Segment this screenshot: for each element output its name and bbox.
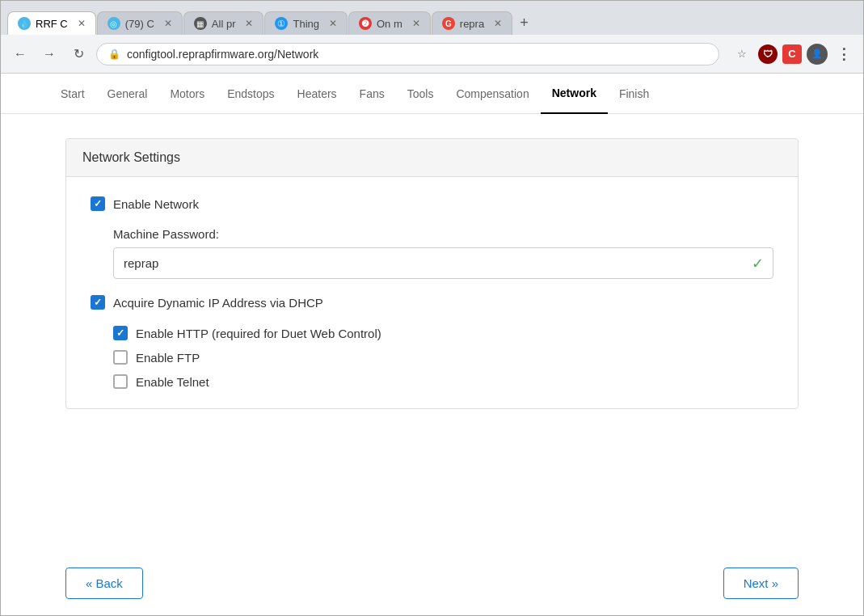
- enable-network-row: ✓ Enable Network: [91, 196, 773, 211]
- card-body: ✓ Enable Network Machine Password: ✓: [66, 177, 798, 408]
- tab-close-5[interactable]: ✕: [494, 18, 502, 29]
- browser-frame: 💧 RRF C ✕ ◎ (79) C ✕ ▦ All pr ✕ ① Thing …: [0, 0, 864, 616]
- nav-item-network[interactable]: Network: [541, 74, 608, 114]
- protocol-group: ✓ Enable HTTP (required for Duet Web Con…: [113, 326, 773, 389]
- http-checkmark: ✓: [116, 328, 124, 338]
- tab-label-5: repra: [460, 18, 484, 30]
- nav-item-general[interactable]: General: [96, 74, 159, 113]
- tab-icon-3: ①: [275, 17, 288, 30]
- new-tab-button[interactable]: +: [513, 11, 535, 35]
- telnet-checkbox[interactable]: [113, 374, 128, 389]
- tab-2[interactable]: ▦ All pr ✕: [183, 11, 264, 35]
- http-row: ✓ Enable HTTP (required for Duet Web Con…: [113, 326, 773, 340]
- back-button[interactable]: ←: [9, 43, 32, 65]
- password-valid-icon: ✓: [752, 255, 764, 272]
- dhcp-row: ✓ Acquire Dynamic IP Address via DHCP: [91, 295, 773, 310]
- ublock-icon[interactable]: 🛡: [758, 44, 778, 64]
- back-nav-button[interactable]: « Back: [65, 567, 143, 599]
- nav-item-tools[interactable]: Tools: [396, 74, 445, 113]
- tab-5[interactable]: G repra ✕: [432, 11, 512, 35]
- tab-label-4: On m: [377, 18, 402, 30]
- network-settings-card: Network Settings ✓ Enable Network Machin…: [65, 138, 799, 409]
- nav-item-endstops[interactable]: Endstops: [216, 74, 285, 113]
- next-nav-button[interactable]: Next »: [723, 567, 799, 599]
- tab-icon-5: G: [442, 17, 455, 30]
- address-bar-area: ← → ↻ 🔒 configtool.reprapfirmware.org/Ne…: [1, 35, 863, 74]
- user-avatar[interactable]: 👤: [807, 44, 828, 65]
- tab-icon-2: ▦: [194, 17, 207, 30]
- tab-bar: 💧 RRF C ✕ ◎ (79) C ✕ ▦ All pr ✕ ① Thing …: [1, 1, 863, 35]
- enable-network-checkmark: ✓: [94, 199, 102, 209]
- tab-3[interactable]: ① Thing ✕: [264, 11, 348, 35]
- card-header: Network Settings: [66, 139, 798, 177]
- address-text: configtool.reprapfirmware.org/Network: [127, 48, 707, 61]
- tab-label-active: RRF C: [36, 18, 68, 30]
- password-input-wrapper: ✓: [113, 247, 773, 279]
- menu-button[interactable]: ⋮: [832, 43, 855, 65]
- password-input[interactable]: [113, 247, 773, 279]
- nav-item-fans[interactable]: Fans: [348, 74, 396, 113]
- tab-icon-4: ❷: [359, 17, 372, 30]
- enable-network-label[interactable]: Enable Network: [113, 197, 199, 211]
- tab-1[interactable]: ◎ (79) C ✕: [97, 11, 183, 35]
- page-content: Start General Motors Endstops Heaters Fa…: [1, 74, 863, 615]
- tab-label-3: Thing: [293, 18, 319, 30]
- nav-item-compensation[interactable]: Compensation: [445, 74, 540, 113]
- dhcp-checkmark: ✓: [94, 297, 102, 307]
- tab-4[interactable]: ❷ On m ✕: [348, 11, 431, 35]
- dhcp-checkbox[interactable]: ✓: [91, 295, 105, 310]
- nav-item-start[interactable]: Start: [49, 74, 96, 113]
- tab-label-1: (79) C: [125, 18, 154, 30]
- reload-button[interactable]: ↻: [67, 43, 90, 65]
- nav-menu: Start General Motors Endstops Heaters Fa…: [1, 74, 863, 114]
- main-content: Network Settings ✓ Enable Network Machin…: [1, 114, 863, 551]
- enable-network-checkbox[interactable]: ✓: [91, 196, 105, 211]
- card-title: Network Settings: [82, 150, 180, 164]
- address-bar[interactable]: 🔒 configtool.reprapfirmware.org/Network: [96, 43, 719, 65]
- tab-close-active[interactable]: ✕: [78, 18, 86, 29]
- nav-item-finish[interactable]: Finish: [608, 74, 660, 113]
- tab-active[interactable]: 💧 RRF C ✕: [7, 11, 96, 35]
- forward-button[interactable]: →: [38, 43, 61, 65]
- dhcp-label[interactable]: Acquire Dynamic IP Address via DHCP: [113, 296, 323, 310]
- nav-item-heaters[interactable]: Heaters: [286, 74, 348, 113]
- tab-close-4[interactable]: ✕: [412, 18, 420, 29]
- password-form-group: Machine Password: ✓: [113, 227, 773, 279]
- ftp-row: Enable FTP: [113, 350, 773, 365]
- ftp-label[interactable]: Enable FTP: [136, 351, 200, 365]
- bookmark-button[interactable]: ☆: [731, 43, 753, 65]
- toolbar-icons: ☆ 🛡 C 👤 ⋮: [731, 43, 855, 65]
- tab-close-1[interactable]: ✕: [164, 18, 172, 29]
- nav-buttons: « Back Next »: [1, 551, 863, 615]
- tab-close-2[interactable]: ✕: [245, 18, 253, 29]
- tab-icon-active: 💧: [18, 17, 31, 30]
- telnet-label[interactable]: Enable Telnet: [136, 375, 209, 389]
- lock-icon: 🔒: [108, 49, 120, 60]
- c-ext-icon[interactable]: C: [782, 44, 802, 64]
- tab-label-2: All pr: [212, 18, 236, 30]
- http-checkbox[interactable]: ✓: [113, 326, 128, 340]
- tab-close-3[interactable]: ✕: [329, 18, 337, 29]
- ftp-checkbox[interactable]: [113, 350, 128, 365]
- nav-item-motors[interactable]: Motors: [158, 74, 216, 113]
- http-label[interactable]: Enable HTTP (required for Duet Web Contr…: [136, 327, 381, 340]
- password-label: Machine Password:: [113, 227, 773, 241]
- tab-icon-1: ◎: [107, 17, 120, 30]
- telnet-row: Enable Telnet: [113, 374, 773, 389]
